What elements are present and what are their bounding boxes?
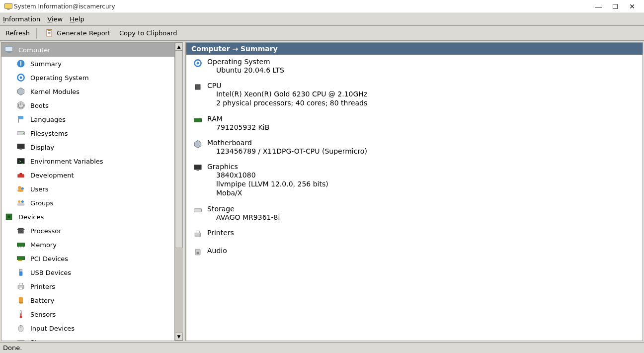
statusbar: Done. [0, 342, 644, 353]
menu-view[interactable]: View [47, 15, 63, 23]
sidebar-item-groups[interactable]: Groups [1, 196, 174, 210]
pci-icon [15, 253, 26, 264]
svg-text:>_: >_ [18, 159, 23, 164]
mouse-icon [15, 323, 26, 334]
menu-help[interactable]: Help [70, 15, 84, 23]
storage-icon [15, 337, 26, 341]
tree-header-label: Computer [18, 46, 51, 54]
sidebar-item-pci[interactable]: PCI Devices [1, 252, 174, 265]
maximize-button[interactable]: ☐ [611, 2, 619, 10]
generate-report-button[interactable]: Generate Report [40, 26, 114, 41]
copy-clipboard-button[interactable]: Copy to Clipboard [116, 27, 180, 39]
usb-icon [15, 267, 26, 278]
main: Computer iSummary Operating System Kerne… [0, 41, 644, 342]
printer-icon [15, 281, 26, 292]
svg-rect-43 [18, 260, 22, 262]
motherboard-icon [192, 139, 203, 150]
battery-icon [15, 295, 26, 306]
svg-rect-68 [195, 233, 201, 236]
sidebar-item-filesystems[interactable]: Filesystems [1, 126, 174, 140]
svg-point-71 [197, 252, 199, 254]
svg-point-29 [21, 200, 24, 203]
svg-point-25 [18, 186, 21, 189]
minimize-button[interactable]: ― [594, 2, 602, 10]
sidebar-item-users[interactable]: Users [1, 182, 174, 196]
svg-rect-30 [17, 203, 25, 206]
close-button[interactable]: ✕ [628, 2, 636, 10]
sidebar-item-dev[interactable]: Development [1, 168, 174, 182]
sidebar[interactable]: Computer iSummary Operating System Kerne… [1, 42, 175, 341]
svg-rect-24 [20, 173, 22, 175]
separator [36, 28, 37, 39]
groups-icon [15, 197, 26, 208]
svg-point-18 [23, 133, 24, 134]
svg-rect-23 [17, 174, 24, 177]
svg-rect-33 [18, 228, 23, 233]
thermometer-icon [15, 309, 26, 320]
svg-text:i: i [20, 60, 22, 67]
sidebar-item-printers[interactable]: Printers [1, 279, 174, 293]
svg-rect-6 [5, 47, 13, 51]
window-title: System Information@iscamercury [14, 3, 594, 10]
gear-icon [192, 58, 203, 69]
summary-cpu: CPU Intel(R) Xeon(R) Gold 6230 CPU @ 2.1… [192, 82, 637, 107]
printer-icon [192, 229, 203, 240]
refresh-button[interactable]: Refresh [2, 27, 33, 39]
svg-point-11 [20, 77, 22, 79]
module-icon [15, 86, 26, 97]
sidebar-item-languages[interactable]: Languages [1, 112, 174, 126]
sidebar-scrollbar[interactable]: ▲ ▼ [175, 42, 183, 341]
svg-marker-12 [17, 88, 24, 95]
svg-point-28 [18, 200, 20, 203]
svg-rect-62 [195, 85, 200, 89]
sidebar-item-kernel[interactable]: Kernel Modules [1, 85, 174, 98]
summary-graphics: Graphics 3840x1080 llvmpipe (LLVM 12.0.0… [192, 163, 637, 198]
menu-information[interactable]: Information [3, 15, 40, 23]
sidebar-item-display[interactable]: Display [1, 140, 174, 154]
content-header: Computer → Summary [186, 43, 643, 55]
chip-icon [3, 211, 14, 222]
svg-rect-38 [17, 243, 25, 247]
svg-rect-7 [7, 52, 11, 53]
summary-ram: RAM 791205932 KiB [192, 115, 637, 132]
gear-icon [15, 72, 26, 83]
svg-rect-47 [19, 283, 23, 285]
svg-point-61 [197, 62, 199, 65]
sidebar-item-summary[interactable]: iSummary [1, 57, 174, 71]
scroll-up-icon[interactable]: ▲ [175, 43, 183, 51]
svg-rect-42 [17, 257, 25, 260]
summary-storage: Storage AVAGO MR9361-8i [192, 205, 637, 222]
sidebar-item-battery[interactable]: Battery [1, 293, 174, 307]
sidebar-item-usb[interactable]: USB Devices [1, 265, 174, 279]
sidebar-item-input[interactable]: Input Devices [1, 321, 174, 335]
cpu-icon [192, 82, 203, 92]
svg-marker-64 [194, 140, 201, 148]
sidebar-item-env[interactable]: >_Environment Variables [1, 154, 174, 168]
sidebar-item-sensors[interactable]: Sensors [1, 307, 174, 321]
sidebar-item-memory[interactable]: Memory [1, 238, 174, 252]
svg-rect-1 [7, 9, 10, 10]
info-icon: i [15, 58, 26, 69]
toolbox-icon [15, 170, 26, 180]
tree-header-computer[interactable]: Computer [1, 43, 174, 57]
svg-rect-63 [194, 118, 202, 122]
scroll-down-icon[interactable]: ▼ [175, 333, 183, 341]
svg-rect-67 [194, 208, 202, 212]
app-icon [3, 1, 14, 12]
menubar: Information View Help [0, 13, 644, 26]
sidebar-item-storage[interactable]: Storage [1, 335, 174, 341]
sidebar-item-os[interactable]: Operating System [1, 71, 174, 85]
tree-header-devices[interactable]: Devices [1, 210, 174, 224]
ram-icon [192, 115, 203, 126]
sidebar-item-boots[interactable]: Boots [1, 98, 174, 112]
svg-rect-69 [196, 231, 200, 233]
svg-rect-57 [17, 341, 25, 341]
svg-rect-32 [8, 216, 10, 218]
svg-rect-65 [194, 165, 202, 170]
summary-motherboard: Motherboard 123456789 / X11DPG-OT-CPU (S… [192, 139, 637, 156]
svg-rect-66 [197, 170, 199, 171]
sidebar-item-processor[interactable]: Processor [1, 224, 174, 238]
svg-rect-27 [17, 189, 23, 192]
monitor-icon [192, 163, 203, 174]
svg-rect-3 [48, 29, 51, 30]
